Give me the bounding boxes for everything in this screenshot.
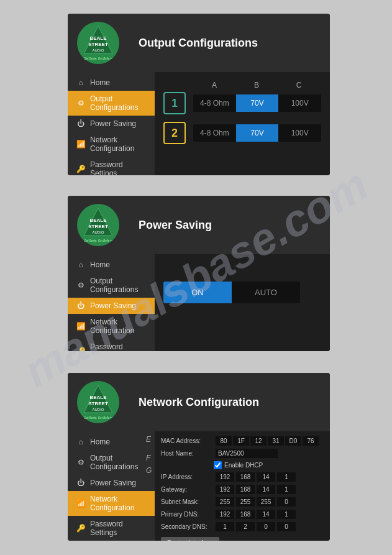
svg-text:AUDIO: AUDIO — [92, 48, 104, 52]
dhcp-checkbox[interactable] — [214, 461, 222, 469]
dns1-row: Primary DNS: — [161, 510, 324, 519]
col-header-b: B — [235, 81, 278, 89]
gw-seg-4[interactable] — [277, 485, 296, 494]
panel3-header: BEALE STREET AUDIO Get Beale. Get Belle™… — [68, 373, 330, 431]
panel2-sidebar: ⌂ Home ⚙ Output Configurations ⏻ Power S… — [68, 254, 155, 351]
gw-seg-3[interactable] — [257, 485, 275, 494]
mac-seg-4[interactable] — [268, 436, 284, 446]
sn-seg-3[interactable] — [257, 497, 275, 507]
ip-seg-2[interactable] — [236, 472, 255, 482]
col-header-c: C — [278, 81, 320, 89]
output2-opt-a[interactable]: 4-8 Ohm — [193, 124, 236, 142]
panel-network-configuration: BEALE STREET AUDIO Get Beale. Get Belle™… — [68, 373, 330, 541]
restart-row: Restart Interface — [161, 534, 324, 541]
mac-seg-5[interactable] — [285, 436, 301, 446]
output1-opt-a[interactable]: 4-8 Ohm — [193, 94, 236, 112]
sn-seg-1[interactable] — [216, 497, 234, 507]
sidebar-output-3[interactable]: ⚙ Output Configurations — [68, 450, 155, 475]
sidebar-password-1[interactable]: 🔑 Password Settings — [68, 157, 155, 175]
hostname-input[interactable] — [216, 449, 278, 458]
sidebar-network-2[interactable]: 📶 Network Configuration — [68, 314, 155, 339]
sidebar-password-3[interactable]: 🔑 Password Settings — [68, 516, 155, 541]
key-icon-3: 🔑 — [76, 524, 85, 533]
mac-row: MAC Address: — [161, 436, 324, 446]
sn-seg-2[interactable] — [236, 497, 255, 507]
panel1-title: Output Configurations — [139, 37, 258, 50]
sidebar-power-3[interactable]: ⏻ Power Saving — [68, 475, 155, 491]
sidebar-network-1[interactable]: 📶 Network Configuration — [68, 132, 155, 157]
sn-seg-4[interactable] — [277, 497, 296, 507]
sidebar-home-3[interactable]: ⌂ Home — [68, 434, 155, 450]
gw-seg-2[interactable] — [236, 485, 255, 494]
mac-inputs — [216, 436, 319, 446]
dns2-seg-3[interactable] — [257, 522, 275, 531]
toggle-auto[interactable]: AUTO — [232, 282, 300, 303]
output-row-2: 2 4-8 Ohm 70V 100V — [163, 122, 321, 144]
mac-label: MAC Address: — [161, 438, 214, 444]
sidebar-power-1[interactable]: ⏻ Power Saving — [68, 116, 155, 132]
toggle-on[interactable]: ON — [163, 282, 232, 303]
sidebar-home-2[interactable]: ⌂ Home — [68, 257, 155, 273]
output2-opt-b[interactable]: 70V — [236, 124, 279, 142]
output1-opt-b[interactable]: 70V — [236, 94, 279, 112]
gear-icon-3: ⚙ — [76, 458, 85, 467]
label-e: E — [146, 435, 151, 444]
dns2-seg-4[interactable] — [277, 522, 296, 531]
ip-seg-3[interactable] — [257, 472, 275, 482]
sidebar-home-1[interactable]: ⌂ Home — [68, 75, 155, 91]
output1-opt-c[interactable]: 100V — [278, 94, 321, 112]
sidebar-password-2[interactable]: 🔑 Password Settings — [68, 339, 155, 351]
panel1-header: BEALE STREET AUDIO Get Beale. Get Belle™… — [68, 14, 330, 72]
output2-opt-c[interactable]: 100V — [278, 124, 321, 142]
home-icon: ⌂ — [76, 78, 85, 87]
svg-text:BEALE: BEALE — [89, 35, 107, 41]
mac-seg-1[interactable] — [216, 436, 232, 446]
panel2-content: D ON AUTO — [155, 254, 330, 351]
power-icon-3: ⏻ — [76, 479, 85, 487]
gear-icon-2: ⚙ — [76, 281, 85, 290]
panel-output-configurations: BEALE STREET AUDIO Get Beale. Get Belle™… — [68, 14, 330, 175]
home-icon-2: ⌂ — [76, 260, 85, 269]
dns2-seg-2[interactable] — [236, 522, 255, 531]
ip-seg-1[interactable] — [216, 472, 234, 482]
panel1-sidebar: ⌂ Home ⚙ Output Configurations ⏻ Power S… — [68, 72, 155, 175]
sidebar-output-2[interactable]: ⚙ Output Configurations — [68, 273, 155, 298]
restart-button[interactable]: Restart Interface — [161, 537, 219, 541]
dns1-seg-4[interactable] — [277, 510, 296, 519]
mac-seg-3[interactable] — [250, 436, 267, 446]
ip-row: IP Address: — [161, 472, 324, 482]
gw-seg-1[interactable] — [216, 485, 234, 494]
sidebar-power-2[interactable]: ⏻ Power Saving — [68, 298, 155, 314]
svg-text:Get Beale. Get Belle™: Get Beale. Get Belle™ — [84, 239, 112, 242]
dns1-label: Primary DNS: — [161, 511, 214, 518]
key-icon: 🔑 — [76, 165, 85, 173]
sidebar-output-1[interactable]: ⚙ Output Configurations — [68, 91, 155, 116]
panel-power-saving: BEALE STREET AUDIO Get Beale. Get Belle™… — [68, 196, 330, 351]
beale-street-logo-3: BEALE STREET AUDIO Get Beale. Get Belle™ — [76, 380, 120, 424]
subnet-label: Subnet Mask: — [161, 498, 214, 505]
power-toggle: ON AUTO — [163, 282, 300, 303]
dns2-seg-1[interactable] — [216, 522, 234, 531]
dns2-label: Secondary DNS: — [161, 523, 214, 530]
sidebar-network-3[interactable]: 📶 Network Configuration — [68, 491, 155, 516]
dns1-seg-3[interactable] — [257, 510, 275, 519]
svg-text:STREET: STREET — [88, 401, 108, 406]
mac-seg-6[interactable] — [303, 436, 319, 446]
svg-text:STREET: STREET — [88, 42, 108, 47]
label-f: F — [146, 454, 150, 462]
key-icon-2: 🔑 — [76, 347, 85, 351]
output-num-1: 1 — [163, 92, 186, 114]
mac-seg-2[interactable] — [233, 436, 249, 446]
dns1-seg-2[interactable] — [236, 510, 255, 519]
ip-seg-4[interactable] — [277, 472, 296, 482]
panel3-sidebar: ⌂ Home ⚙ Output Configurations ⏻ Power S… — [68, 431, 155, 541]
output-num-2: 2 — [163, 122, 186, 144]
svg-text:Get Beale. Get Belle™: Get Beale. Get Belle™ — [84, 57, 112, 60]
output2-btn-group: 4-8 Ohm 70V 100V — [193, 124, 321, 142]
svg-text:BEALE: BEALE — [89, 218, 107, 223]
hostname-label: Host Name: — [161, 450, 214, 457]
dns2-row: Secondary DNS: — [161, 522, 324, 531]
power-icon: ⏻ — [76, 119, 85, 128]
dns1-seg-1[interactable] — [216, 510, 234, 519]
wifi-icon-3: 📶 — [76, 499, 85, 508]
